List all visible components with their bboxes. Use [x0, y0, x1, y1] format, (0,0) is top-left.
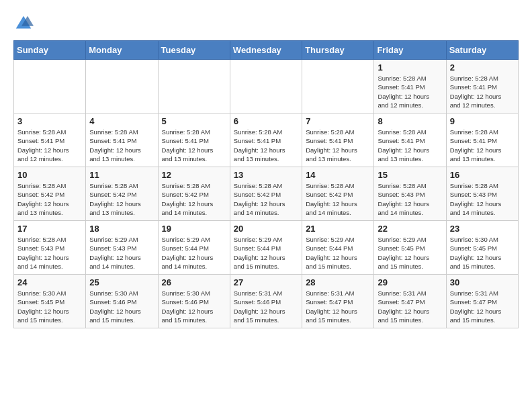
calendar-cell: 7Sunrise: 5:28 AM Sunset: 5:41 PM Daylig… [302, 113, 374, 167]
day-number: 1 [378, 62, 442, 73]
calendar-cell: 26Sunrise: 5:30 AM Sunset: 5:46 PM Dayli… [158, 275, 230, 328]
calendar-cell [86, 60, 158, 113]
cell-info: Sunrise: 5:31 AM Sunset: 5:46 PM Dayligh… [234, 289, 298, 324]
day-number: 27 [234, 277, 298, 287]
day-number: 5 [162, 116, 226, 126]
cell-info: Sunrise: 5:29 AM Sunset: 5:44 PM Dayligh… [162, 235, 226, 271]
page-header [13, 13, 519, 34]
calendar-cell [14, 60, 86, 113]
cell-info: Sunrise: 5:28 AM Sunset: 5:42 PM Dayligh… [162, 181, 226, 217]
day-number: 6 [234, 116, 298, 126]
header-friday: Friday [374, 41, 446, 60]
day-number: 13 [234, 170, 298, 180]
calendar-cell: 22Sunrise: 5:29 AM Sunset: 5:45 PM Dayli… [374, 221, 446, 275]
calendar-cell: 18Sunrise: 5:29 AM Sunset: 5:43 PM Dayli… [86, 221, 158, 275]
day-number: 20 [234, 224, 298, 234]
calendar-cell: 24Sunrise: 5:30 AM Sunset: 5:45 PM Dayli… [14, 275, 86, 328]
cell-info: Sunrise: 5:28 AM Sunset: 5:43 PM Dayligh… [378, 181, 442, 217]
cell-info: Sunrise: 5:30 AM Sunset: 5:46 PM Dayligh… [162, 289, 226, 324]
day-number: 3 [17, 116, 82, 126]
day-number: 25 [89, 277, 154, 287]
cell-info: Sunrise: 5:28 AM Sunset: 5:42 PM Dayligh… [306, 181, 370, 217]
calendar-week-5: 24Sunrise: 5:30 AM Sunset: 5:45 PM Dayli… [14, 275, 519, 328]
calendar-cell: 11Sunrise: 5:28 AM Sunset: 5:42 PM Dayli… [86, 167, 158, 221]
calendar-week-2: 3Sunrise: 5:28 AM Sunset: 5:41 PM Daylig… [14, 113, 519, 167]
calendar-cell: 3Sunrise: 5:28 AM Sunset: 5:41 PM Daylig… [14, 113, 86, 167]
day-number: 8 [378, 116, 442, 126]
cell-info: Sunrise: 5:28 AM Sunset: 5:41 PM Dayligh… [162, 128, 226, 163]
calendar-cell [158, 60, 230, 113]
logo [13, 13, 36, 34]
calendar-cell: 8Sunrise: 5:28 AM Sunset: 5:41 PM Daylig… [374, 113, 446, 167]
calendar-cell: 21Sunrise: 5:29 AM Sunset: 5:44 PM Dayli… [302, 221, 374, 275]
calendar-cell: 29Sunrise: 5:31 AM Sunset: 5:47 PM Dayli… [374, 275, 446, 328]
header-monday: Monday [86, 41, 158, 60]
cell-info: Sunrise: 5:31 AM Sunset: 5:47 PM Dayligh… [306, 289, 370, 324]
cell-info: Sunrise: 5:29 AM Sunset: 5:44 PM Dayligh… [234, 235, 298, 271]
cell-info: Sunrise: 5:29 AM Sunset: 5:45 PM Dayligh… [378, 235, 442, 271]
day-number: 15 [378, 170, 442, 180]
cell-info: Sunrise: 5:28 AM Sunset: 5:41 PM Dayligh… [378, 128, 442, 163]
day-number: 30 [450, 277, 515, 287]
day-number: 28 [306, 277, 370, 287]
calendar-cell: 1Sunrise: 5:28 AM Sunset: 5:41 PM Daylig… [374, 60, 446, 113]
calendar-cell: 17Sunrise: 5:28 AM Sunset: 5:43 PM Dayli… [14, 221, 86, 275]
day-number: 29 [378, 277, 442, 287]
header-thursday: Thursday [302, 41, 374, 60]
day-number: 7 [306, 116, 370, 126]
cell-info: Sunrise: 5:28 AM Sunset: 5:41 PM Dayligh… [378, 74, 442, 109]
day-number: 24 [17, 277, 82, 287]
day-number: 21 [306, 224, 370, 234]
cell-info: Sunrise: 5:29 AM Sunset: 5:43 PM Dayligh… [89, 235, 154, 271]
header-tuesday: Tuesday [158, 41, 230, 60]
calendar-cell: 10Sunrise: 5:28 AM Sunset: 5:42 PM Dayli… [14, 167, 86, 221]
cell-info: Sunrise: 5:28 AM Sunset: 5:43 PM Dayligh… [17, 235, 82, 271]
cell-info: Sunrise: 5:30 AM Sunset: 5:45 PM Dayligh… [450, 235, 515, 271]
day-number: 26 [162, 277, 226, 287]
cell-info: Sunrise: 5:28 AM Sunset: 5:41 PM Dayligh… [234, 128, 298, 163]
cell-info: Sunrise: 5:28 AM Sunset: 5:41 PM Dayligh… [450, 128, 515, 163]
day-number: 12 [162, 170, 226, 180]
logo-icon [13, 13, 34, 34]
cell-info: Sunrise: 5:28 AM Sunset: 5:43 PM Dayligh… [450, 181, 515, 217]
day-number: 16 [450, 170, 515, 180]
cell-info: Sunrise: 5:30 AM Sunset: 5:46 PM Dayligh… [89, 289, 154, 324]
day-number: 14 [306, 170, 370, 180]
calendar-cell: 25Sunrise: 5:30 AM Sunset: 5:46 PM Dayli… [86, 275, 158, 328]
calendar-week-4: 17Sunrise: 5:28 AM Sunset: 5:43 PM Dayli… [14, 221, 519, 275]
day-number: 17 [17, 224, 82, 234]
cell-info: Sunrise: 5:28 AM Sunset: 5:42 PM Dayligh… [17, 181, 82, 217]
calendar-cell: 9Sunrise: 5:28 AM Sunset: 5:41 PM Daylig… [446, 113, 518, 167]
calendar-cell [230, 60, 302, 113]
calendar-cell: 4Sunrise: 5:28 AM Sunset: 5:41 PM Daylig… [86, 113, 158, 167]
cell-info: Sunrise: 5:28 AM Sunset: 5:41 PM Dayligh… [17, 128, 82, 163]
calendar-cell: 16Sunrise: 5:28 AM Sunset: 5:43 PM Dayli… [446, 167, 518, 221]
day-number: 9 [450, 116, 515, 126]
calendar-cell: 12Sunrise: 5:28 AM Sunset: 5:42 PM Dayli… [158, 167, 230, 221]
calendar-cell: 30Sunrise: 5:31 AM Sunset: 5:47 PM Dayli… [446, 275, 518, 328]
cell-info: Sunrise: 5:30 AM Sunset: 5:45 PM Dayligh… [17, 289, 82, 324]
day-number: 2 [450, 62, 515, 73]
day-number: 10 [17, 170, 82, 180]
calendar-cell: 15Sunrise: 5:28 AM Sunset: 5:43 PM Dayli… [374, 167, 446, 221]
calendar-table: SundayMondayTuesdayWednesdayThursdayFrid… [13, 40, 519, 328]
calendar-cell: 28Sunrise: 5:31 AM Sunset: 5:47 PM Dayli… [302, 275, 374, 328]
cell-info: Sunrise: 5:28 AM Sunset: 5:41 PM Dayligh… [306, 128, 370, 163]
calendar-cell [302, 60, 374, 113]
calendar-week-3: 10Sunrise: 5:28 AM Sunset: 5:42 PM Dayli… [14, 167, 519, 221]
calendar-header-row: SundayMondayTuesdayWednesdayThursdayFrid… [14, 41, 519, 60]
header-wednesday: Wednesday [230, 41, 302, 60]
calendar-cell: 6Sunrise: 5:28 AM Sunset: 5:41 PM Daylig… [230, 113, 302, 167]
day-number: 11 [89, 170, 154, 180]
calendar-cell: 20Sunrise: 5:29 AM Sunset: 5:44 PM Dayli… [230, 221, 302, 275]
calendar-cell: 2Sunrise: 5:28 AM Sunset: 5:41 PM Daylig… [446, 60, 518, 113]
cell-info: Sunrise: 5:31 AM Sunset: 5:47 PM Dayligh… [378, 289, 442, 324]
header-sunday: Sunday [14, 41, 86, 60]
cell-info: Sunrise: 5:28 AM Sunset: 5:41 PM Dayligh… [89, 128, 154, 163]
day-number: 4 [89, 116, 154, 126]
calendar-cell: 5Sunrise: 5:28 AM Sunset: 5:41 PM Daylig… [158, 113, 230, 167]
day-number: 18 [89, 224, 154, 234]
cell-info: Sunrise: 5:28 AM Sunset: 5:41 PM Dayligh… [450, 74, 515, 109]
calendar-cell: 27Sunrise: 5:31 AM Sunset: 5:46 PM Dayli… [230, 275, 302, 328]
calendar-week-1: 1Sunrise: 5:28 AM Sunset: 5:41 PM Daylig… [14, 60, 519, 113]
